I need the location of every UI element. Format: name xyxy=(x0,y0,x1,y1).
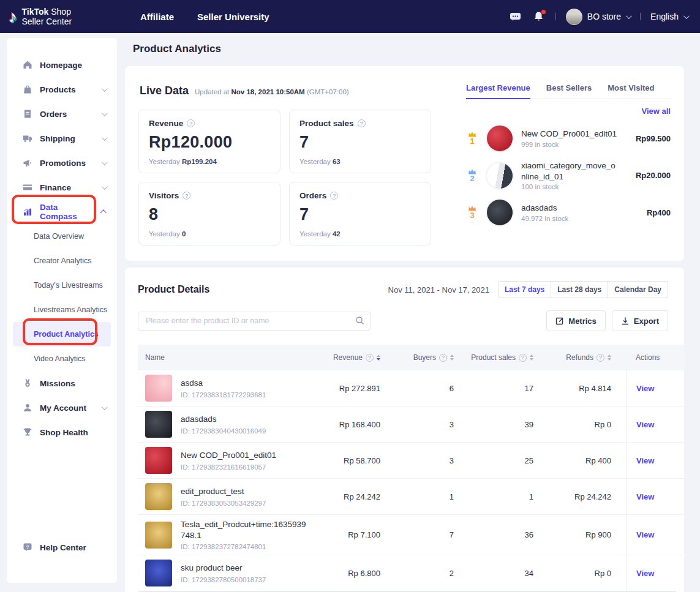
last-7-days-button[interactable]: Last 7 days xyxy=(498,281,551,298)
question-circle-icon[interactable] xyxy=(366,354,374,362)
nav-link-seller-university[interactable]: Seller University xyxy=(197,12,269,22)
metrics-edit-icon xyxy=(555,317,564,325)
sidebar-item-promotions[interactable]: Promotions xyxy=(7,151,117,175)
rank-crown-icon: 3 xyxy=(466,206,478,219)
sidebar-item-orders[interactable]: Orders xyxy=(7,102,117,126)
product-details-title: Product Details xyxy=(138,284,209,295)
date-range-segmented-control: Last 7 days Last 28 days Calendar Day xyxy=(498,281,668,298)
view-link[interactable]: View xyxy=(636,420,654,429)
column-buyers[interactable]: Buyers xyxy=(395,353,469,362)
revenue-value: Rp120.000 xyxy=(149,133,270,152)
column-product-sales[interactable]: Product sales xyxy=(469,353,548,362)
product-image xyxy=(145,447,172,474)
table-row: New COD_Pro001_edit01ID: 172938232161661… xyxy=(138,442,684,478)
rank-crown-icon: 2 xyxy=(466,169,478,182)
calendar-day-button[interactable]: Calendar Day xyxy=(608,281,668,298)
question-circle-icon[interactable] xyxy=(439,354,447,362)
product-image xyxy=(145,560,172,586)
export-button[interactable]: Export xyxy=(612,310,668,331)
notifications-bell-icon[interactable] xyxy=(532,10,546,23)
tiktok-shop-logo[interactable]: ♪ TikTok Shop Seller Center xyxy=(0,7,132,26)
sidebar-subitem-data-overview[interactable]: Data Overview xyxy=(7,224,117,249)
sidebar-subitem-creator-analytics[interactable]: Creator Analytics xyxy=(7,249,117,273)
table-row: adasdadsID: 1729383040430016049 Rp 168.4… xyxy=(138,406,684,442)
megaphone-icon xyxy=(23,158,32,168)
last-28-days-button[interactable]: Last 28 days xyxy=(551,281,608,298)
sidebar-subitem-livestreams-analytics[interactable]: Livestreams Analytics xyxy=(7,298,117,322)
sort-icon xyxy=(530,354,533,361)
metrics-button[interactable]: Metrics xyxy=(546,310,606,331)
question-circle-icon[interactable] xyxy=(330,192,338,200)
chevron-down-icon xyxy=(102,159,108,165)
tab-most-visited[interactable]: Most Visited xyxy=(608,83,654,92)
page-title: Product Analytics xyxy=(133,43,221,55)
sidebar-item-my-account[interactable]: My Account xyxy=(7,395,117,420)
question-circle-icon[interactable] xyxy=(519,354,527,362)
language-selector[interactable]: English xyxy=(650,12,688,21)
column-revenue[interactable]: Revenue xyxy=(312,353,395,362)
tab-largest-revenue[interactable]: Largest Revenue xyxy=(466,83,530,92)
ranking-item[interactable]: 1 New COD_Pro001_edit01 999 in stock Rp9… xyxy=(466,124,671,152)
nav-link-affiliate[interactable]: Affiliate xyxy=(140,12,174,22)
store-name: BO store xyxy=(587,12,621,21)
sidebar-item-shipping[interactable]: Shipping xyxy=(7,126,117,151)
ranking-item[interactable]: 2 xiaomi_category_move_online_id_01 100 … xyxy=(466,160,671,190)
view-all-link[interactable]: View all xyxy=(642,107,671,116)
rank-crown-icon: 1 xyxy=(466,132,478,145)
person-icon xyxy=(23,403,32,413)
sidebar-item-help-center[interactable]: ? Help Center xyxy=(7,535,117,560)
sidebar-item-finance[interactable]: Finance xyxy=(7,175,117,200)
view-link[interactable]: View xyxy=(636,456,654,465)
ranking-item[interactable]: 3 adasdads 49,972 in stock Rp400 xyxy=(466,198,671,227)
sidebar-subitem-product-analytics[interactable]: Product Analytics xyxy=(13,322,111,347)
live-data-updated: Updated at Nov 18, 2021 10:50AM (GMT+07:… xyxy=(195,88,349,96)
sidebar-item-products[interactable]: Products xyxy=(7,77,117,102)
tiktok-note-icon: ♪ xyxy=(9,9,17,25)
sidebar-item-data-compass[interactable]: Data Compass xyxy=(7,200,117,224)
product-sales-value: 7 xyxy=(299,133,421,152)
question-circle-icon[interactable] xyxy=(597,354,604,362)
navbar-divider xyxy=(640,13,641,20)
chevron-down-icon xyxy=(102,86,108,92)
help-icon: ? xyxy=(23,542,32,552)
product-image xyxy=(145,375,172,402)
bar-chart-icon xyxy=(23,207,32,217)
trophy-icon xyxy=(23,427,32,437)
sidebar-item-homepage[interactable]: Homepage xyxy=(7,53,117,77)
table-row: asdsaID: 1729383181772293681 Rp 272.891 … xyxy=(138,370,684,406)
store-switcher[interactable]: BO store xyxy=(566,9,630,25)
product-image xyxy=(486,124,514,152)
top-navbar: ♪ TikTok Shop Seller Center Affiliate Se… xyxy=(0,0,700,33)
bag-icon xyxy=(23,84,32,94)
store-avatar xyxy=(566,9,582,25)
order-document-icon xyxy=(23,109,32,119)
sidebar-item-missions[interactable]: Missions xyxy=(7,371,117,395)
chevron-up-icon xyxy=(100,209,107,215)
truck-icon xyxy=(23,133,32,143)
product-details-card: Product Details Nov 11, 2021 - Nov 17, 2… xyxy=(125,268,684,592)
navbar-divider xyxy=(555,13,556,20)
chevron-down-icon xyxy=(683,13,690,19)
language-label: English xyxy=(650,12,679,21)
sidebar-subitem-todays-livestreams[interactable]: Today's Livestreams xyxy=(7,273,117,298)
question-circle-icon[interactable] xyxy=(187,119,195,127)
product-search-input[interactable] xyxy=(138,312,371,331)
chat-icon[interactable] xyxy=(509,10,522,23)
visitors-value: 8 xyxy=(149,205,270,224)
column-refunds[interactable]: Refunds xyxy=(548,353,626,362)
medal-icon xyxy=(23,378,32,388)
sidebar-subitem-video-analytics[interactable]: Video Analytics xyxy=(7,347,117,371)
home-icon xyxy=(23,60,32,70)
chevron-down-icon xyxy=(626,13,632,19)
view-link[interactable]: View xyxy=(636,569,654,578)
view-link[interactable]: View xyxy=(636,492,654,501)
sidebar: Homepage Products Orders Shipping Promot… xyxy=(7,38,117,583)
sidebar-item-shop-health[interactable]: Shop Health xyxy=(7,420,117,444)
question-circle-icon[interactable] xyxy=(183,192,190,200)
view-link[interactable]: View xyxy=(636,530,654,539)
view-link[interactable]: View xyxy=(636,384,654,393)
chevron-down-icon xyxy=(102,404,108,410)
product-image xyxy=(486,198,514,227)
tab-best-sellers[interactable]: Best Sellers xyxy=(546,83,592,92)
question-circle-icon[interactable] xyxy=(358,119,366,127)
